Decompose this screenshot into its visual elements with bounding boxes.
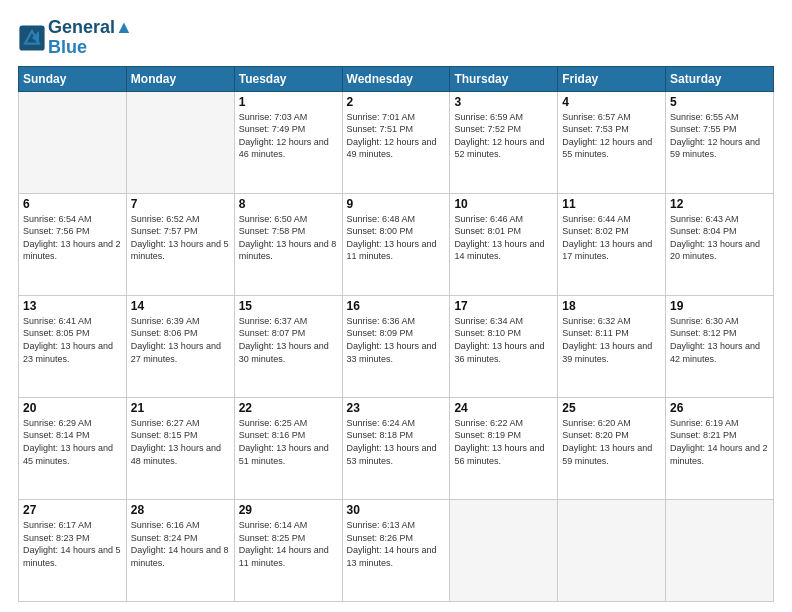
day-info: Sunrise: 6:16 AM Sunset: 8:24 PM Dayligh… [131,519,230,569]
calendar-cell: 28Sunrise: 6:16 AM Sunset: 8:24 PM Dayli… [126,499,234,601]
day-info: Sunrise: 7:03 AM Sunset: 7:49 PM Dayligh… [239,111,338,161]
day-info: Sunrise: 6:52 AM Sunset: 7:57 PM Dayligh… [131,213,230,263]
calendar-cell: 26Sunrise: 6:19 AM Sunset: 8:21 PM Dayli… [666,397,774,499]
calendar-cell: 8Sunrise: 6:50 AM Sunset: 7:58 PM Daylig… [234,193,342,295]
header: General▲ Blue [18,18,774,58]
calendar-cell: 20Sunrise: 6:29 AM Sunset: 8:14 PM Dayli… [19,397,127,499]
day-info: Sunrise: 6:36 AM Sunset: 8:09 PM Dayligh… [347,315,446,365]
calendar-cell: 16Sunrise: 6:36 AM Sunset: 8:09 PM Dayli… [342,295,450,397]
calendar-table: SundayMondayTuesdayWednesdayThursdayFrid… [18,66,774,602]
day-info: Sunrise: 6:59 AM Sunset: 7:52 PM Dayligh… [454,111,553,161]
calendar-cell: 27Sunrise: 6:17 AM Sunset: 8:23 PM Dayli… [19,499,127,601]
calendar-cell: 13Sunrise: 6:41 AM Sunset: 8:05 PM Dayli… [19,295,127,397]
day-info: Sunrise: 6:25 AM Sunset: 8:16 PM Dayligh… [239,417,338,467]
day-info: Sunrise: 7:01 AM Sunset: 7:51 PM Dayligh… [347,111,446,161]
day-number: 25 [562,401,661,415]
day-number: 2 [347,95,446,109]
logo: General▲ Blue [18,18,133,58]
calendar-cell [666,499,774,601]
calendar-cell: 24Sunrise: 6:22 AM Sunset: 8:19 PM Dayli… [450,397,558,499]
day-info: Sunrise: 6:55 AM Sunset: 7:55 PM Dayligh… [670,111,769,161]
day-info: Sunrise: 6:13 AM Sunset: 8:26 PM Dayligh… [347,519,446,569]
day-number: 17 [454,299,553,313]
day-number: 16 [347,299,446,313]
day-info: Sunrise: 6:29 AM Sunset: 8:14 PM Dayligh… [23,417,122,467]
day-info: Sunrise: 6:37 AM Sunset: 8:07 PM Dayligh… [239,315,338,365]
calendar-cell: 21Sunrise: 6:27 AM Sunset: 8:15 PM Dayli… [126,397,234,499]
calendar-cell: 1Sunrise: 7:03 AM Sunset: 7:49 PM Daylig… [234,91,342,193]
calendar-cell: 10Sunrise: 6:46 AM Sunset: 8:01 PM Dayli… [450,193,558,295]
day-info: Sunrise: 6:43 AM Sunset: 8:04 PM Dayligh… [670,213,769,263]
day-number: 7 [131,197,230,211]
day-info: Sunrise: 6:46 AM Sunset: 8:01 PM Dayligh… [454,213,553,263]
logo-icon [18,24,46,52]
calendar-week-row: 6Sunrise: 6:54 AM Sunset: 7:56 PM Daylig… [19,193,774,295]
day-number: 21 [131,401,230,415]
calendar-cell [19,91,127,193]
day-info: Sunrise: 6:39 AM Sunset: 8:06 PM Dayligh… [131,315,230,365]
day-number: 20 [23,401,122,415]
day-number: 24 [454,401,553,415]
calendar-cell: 2Sunrise: 7:01 AM Sunset: 7:51 PM Daylig… [342,91,450,193]
day-info: Sunrise: 6:32 AM Sunset: 8:11 PM Dayligh… [562,315,661,365]
day-number: 9 [347,197,446,211]
weekday-header: Saturday [666,66,774,91]
calendar-cell: 9Sunrise: 6:48 AM Sunset: 8:00 PM Daylig… [342,193,450,295]
day-number: 3 [454,95,553,109]
day-number: 18 [562,299,661,313]
day-info: Sunrise: 6:20 AM Sunset: 8:20 PM Dayligh… [562,417,661,467]
day-number: 1 [239,95,338,109]
day-number: 10 [454,197,553,211]
day-number: 28 [131,503,230,517]
day-info: Sunrise: 6:57 AM Sunset: 7:53 PM Dayligh… [562,111,661,161]
calendar-cell [450,499,558,601]
day-info: Sunrise: 6:54 AM Sunset: 7:56 PM Dayligh… [23,213,122,263]
calendar-cell: 11Sunrise: 6:44 AM Sunset: 8:02 PM Dayli… [558,193,666,295]
calendar-cell: 5Sunrise: 6:55 AM Sunset: 7:55 PM Daylig… [666,91,774,193]
day-number: 13 [23,299,122,313]
calendar-cell: 12Sunrise: 6:43 AM Sunset: 8:04 PM Dayli… [666,193,774,295]
calendar-cell: 29Sunrise: 6:14 AM Sunset: 8:25 PM Dayli… [234,499,342,601]
calendar-cell: 22Sunrise: 6:25 AM Sunset: 8:16 PM Dayli… [234,397,342,499]
day-number: 30 [347,503,446,517]
weekday-header: Friday [558,66,666,91]
day-number: 29 [239,503,338,517]
calendar-cell: 23Sunrise: 6:24 AM Sunset: 8:18 PM Dayli… [342,397,450,499]
calendar-cell: 15Sunrise: 6:37 AM Sunset: 8:07 PM Dayli… [234,295,342,397]
day-info: Sunrise: 6:44 AM Sunset: 8:02 PM Dayligh… [562,213,661,263]
calendar-cell: 6Sunrise: 6:54 AM Sunset: 7:56 PM Daylig… [19,193,127,295]
weekday-header: Tuesday [234,66,342,91]
day-info: Sunrise: 6:27 AM Sunset: 8:15 PM Dayligh… [131,417,230,467]
day-number: 27 [23,503,122,517]
page: General▲ Blue SundayMondayTuesdayWednesd… [0,0,792,612]
calendar-cell: 25Sunrise: 6:20 AM Sunset: 8:20 PM Dayli… [558,397,666,499]
calendar-cell: 18Sunrise: 6:32 AM Sunset: 8:11 PM Dayli… [558,295,666,397]
calendar-week-row: 13Sunrise: 6:41 AM Sunset: 8:05 PM Dayli… [19,295,774,397]
day-number: 4 [562,95,661,109]
calendar-week-row: 1Sunrise: 7:03 AM Sunset: 7:49 PM Daylig… [19,91,774,193]
day-info: Sunrise: 6:19 AM Sunset: 8:21 PM Dayligh… [670,417,769,467]
calendar-cell: 3Sunrise: 6:59 AM Sunset: 7:52 PM Daylig… [450,91,558,193]
day-number: 22 [239,401,338,415]
calendar-cell: 14Sunrise: 6:39 AM Sunset: 8:06 PM Dayli… [126,295,234,397]
calendar-cell [558,499,666,601]
calendar-week-row: 20Sunrise: 6:29 AM Sunset: 8:14 PM Dayli… [19,397,774,499]
day-info: Sunrise: 6:41 AM Sunset: 8:05 PM Dayligh… [23,315,122,365]
day-info: Sunrise: 6:48 AM Sunset: 8:00 PM Dayligh… [347,213,446,263]
day-number: 8 [239,197,338,211]
calendar-cell: 4Sunrise: 6:57 AM Sunset: 7:53 PM Daylig… [558,91,666,193]
day-number: 5 [670,95,769,109]
calendar-cell [126,91,234,193]
calendar-cell: 7Sunrise: 6:52 AM Sunset: 7:57 PM Daylig… [126,193,234,295]
day-number: 15 [239,299,338,313]
day-info: Sunrise: 6:14 AM Sunset: 8:25 PM Dayligh… [239,519,338,569]
day-info: Sunrise: 6:24 AM Sunset: 8:18 PM Dayligh… [347,417,446,467]
calendar-week-row: 27Sunrise: 6:17 AM Sunset: 8:23 PM Dayli… [19,499,774,601]
day-info: Sunrise: 6:34 AM Sunset: 8:10 PM Dayligh… [454,315,553,365]
day-number: 12 [670,197,769,211]
day-number: 14 [131,299,230,313]
weekday-header: Wednesday [342,66,450,91]
calendar-cell: 17Sunrise: 6:34 AM Sunset: 8:10 PM Dayli… [450,295,558,397]
day-info: Sunrise: 6:17 AM Sunset: 8:23 PM Dayligh… [23,519,122,569]
calendar-cell: 19Sunrise: 6:30 AM Sunset: 8:12 PM Dayli… [666,295,774,397]
